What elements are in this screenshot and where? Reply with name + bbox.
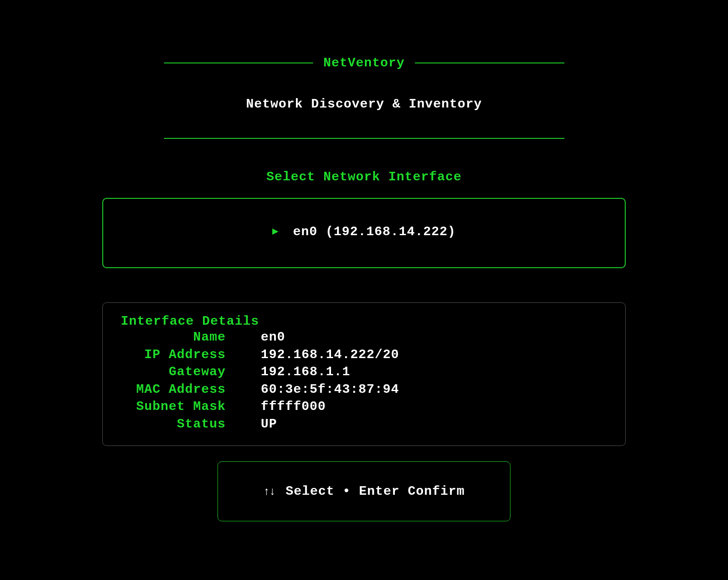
caret-right-icon: ▶ [272,227,278,237]
hint-select-label: Select [286,484,334,499]
detail-key: Gateway [121,363,226,381]
interface-item-label: en0 (192.168.14.222) [293,224,456,239]
title-bar: NetVentory [164,56,564,70]
detail-row-name: Name en0 [121,329,607,346]
detail-row-gateway: Gateway 192.168.1.1 [121,363,607,381]
section-heading: Select Network Interface [0,170,728,184]
detail-key: Subnet Mask [121,398,226,416]
detail-key: Status [121,416,226,433]
interface-list[interactable]: ▶ en0 (192.168.14.222) [102,198,626,268]
detail-row-ip: IP Address 192.168.14.222/20 [121,346,607,364]
detail-value: fffff000 [226,398,326,416]
header-divider [164,138,564,139]
detail-value: 60:3e:5f:43:87:94 [226,381,399,398]
up-down-arrows-icon: ↑↓ [263,485,275,498]
detail-row-mac: MAC Address 60:3e:5f:43:87:94 [121,381,607,398]
detail-key: IP Address [121,346,226,364]
details-title: Interface Details [121,314,607,329]
key-hint-bar: ↑↓ Select • Enter Confirm [218,461,510,521]
app-root: NetVentory Network Discovery & Inventory… [0,0,728,521]
rule-right [415,63,564,63]
app-title: NetVentory [313,56,415,70]
hint-separator: • [343,484,351,499]
detail-value: 192.168.1.1 [226,363,350,381]
app-subtitle: Network Discovery & Inventory [0,97,728,111]
rule-left [164,63,313,63]
hint-confirm-label: Confirm [408,484,465,499]
detail-key: MAC Address [121,381,226,398]
detail-value: en0 [226,329,285,346]
detail-value: UP [226,416,277,433]
detail-key: Name [121,329,226,346]
hint-enter-key: Enter [359,484,400,499]
detail-row-status: Status UP [121,416,607,433]
interface-item[interactable]: ▶ en0 (192.168.14.222) [112,224,616,239]
detail-row-subnet: Subnet Mask fffff000 [121,398,607,416]
interface-details-panel: Interface Details Name en0 IP Address 19… [102,302,626,446]
detail-value: 192.168.14.222/20 [226,346,399,364]
